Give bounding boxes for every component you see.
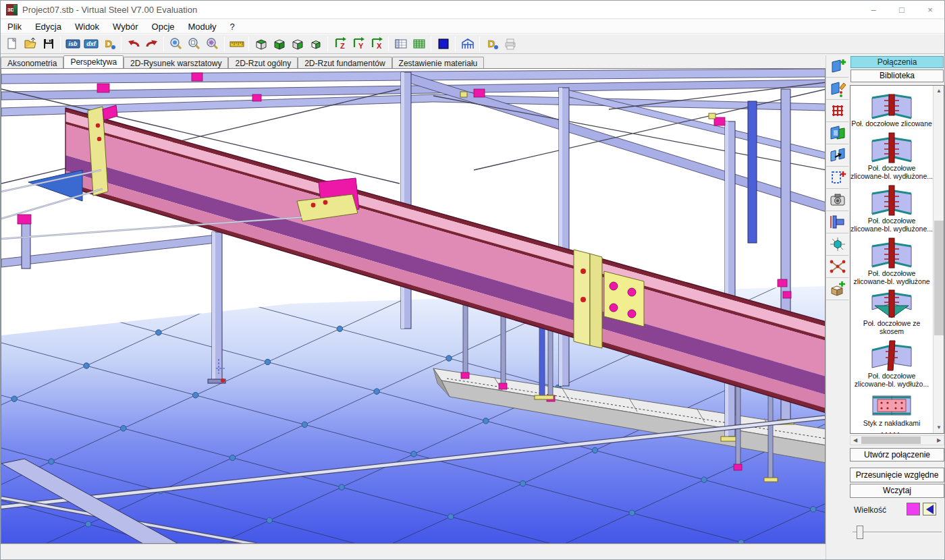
menu-bar: Plik Edycja Widok Wybór Opcje Moduły ? [1,20,944,34]
menu-help[interactable]: ? [223,20,241,33]
add-object-icon[interactable] [826,278,848,300]
menu-wybor[interactable]: Wybór [106,20,144,33]
save-icon[interactable] [39,35,57,53]
connections-panel: Połączenia Biblioteka Poł. doczołowe zli… [848,55,945,560]
wielkosc-label: Wielkość [854,505,886,515]
library-item-4[interactable]: Poł. doczołowe zlicowane-bl. wydłużone [850,233,933,285]
tab-2d-rysunek-warsztatowy[interactable]: 2D-Rysunek warsztatowy [124,57,228,68]
add-detail-icon[interactable] [826,167,848,189]
library-vertical-scrollbar[interactable]: ▲ ▼ [933,86,944,433]
import-isb-icon[interactable]: isb [63,35,82,53]
move-element-icon[interactable] [826,144,848,167]
svg-text:Z: Z [340,42,345,50]
library-item-1[interactable]: Poł. doczołowe zlicowane [850,86,933,128]
export-dxf-icon[interactable]: dxf [82,35,100,53]
svg-text:X: X [377,42,382,50]
biblioteka-button[interactable]: Biblioteka [850,69,944,82]
tab-zestawienie-materialu[interactable]: Zestawienie materiału [392,57,485,68]
side-toolbar [826,55,848,560]
menu-plik[interactable]: Plik [1,20,28,33]
view-cube-iso-icon[interactable] [306,35,325,53]
connection-plate-icon[interactable] [826,211,848,233]
svg-text:D: D [487,38,495,49]
utworz-polaczenie-button[interactable]: Utwórz połączenie [850,448,944,461]
library-item-3[interactable]: Poł. doczołowe zlicowane-bl. wydłużone..… [850,180,933,233]
snapshot-camera-icon[interactable] [826,189,848,211]
drawing-d-icon[interactable]: D [483,35,501,53]
view-cube-solid-icon[interactable] [270,35,288,53]
view-plane-y-icon[interactable]: Y [349,35,367,53]
measure-ruler-icon[interactable] [227,35,246,53]
main-toolbar: isb dxf D [1,34,944,54]
slider-handle[interactable] [857,526,863,539]
menu-widok[interactable]: Widok [68,20,106,33]
tab-aksonometria[interactable]: Aksonometria [1,57,63,68]
node-icon[interactable] [826,233,848,256]
svg-text:isb: isb [68,40,78,47]
status-bar [1,544,826,560]
app-icon: 3D [6,4,18,16]
arrow-color-swatch[interactable] [923,503,936,515]
maximize-button[interactable]: □ [888,1,916,18]
magenta-color-swatch[interactable] [907,503,920,515]
print-icon[interactable] [501,35,519,53]
connection-library-list: Poł. doczołowe zlicowane Poł. doczołowe … [850,85,944,434]
redo-icon[interactable] [142,35,161,53]
view-plane-z-icon[interactable]: Z [331,35,349,53]
menu-edycja[interactable]: Edycja [28,20,68,33]
svg-text:D: D [105,38,112,49]
scroll-left-icon[interactable]: ◀ [850,436,860,445]
svg-text:dxf: dxf [86,40,97,47]
title-bar: 3D Project07.stb - Virtual Steel V7.00 E… [1,1,944,19]
svg-text:Y: Y [358,42,364,50]
tab-perspektywa[interactable]: Perspektywa [63,55,124,68]
table-green-icon[interactable] [410,35,428,53]
menu-opcje[interactable]: Opcje [145,20,182,33]
view-cube-side-icon[interactable] [288,35,306,53]
open-drawing-icon[interactable]: D [100,35,118,53]
library-item-6[interactable]: Poł. doczołowe zlicowane-bl. wydłużo... [850,335,933,388]
view-cube-top-icon[interactable] [252,35,270,53]
table-plain-icon[interactable] [392,35,410,53]
frame-3d-icon[interactable] [458,35,477,53]
undo-icon[interactable] [124,35,142,53]
new-file-icon[interactable] [3,35,21,53]
background-color-icon[interactable] [434,35,452,53]
copy-element-icon[interactable] [826,122,848,144]
grid-icon[interactable] [826,100,848,122]
zoom-extents-icon[interactable] [203,35,221,53]
library-item-8[interactable] [850,427,933,434]
library-item-5[interactable]: Poł. doczołowe ze skosem [850,285,933,335]
scroll-down-icon[interactable]: ▼ [934,422,944,433]
close-button[interactable]: × [916,1,944,18]
minimize-button[interactable]: – [859,1,888,18]
add-element-icon[interactable] [826,55,848,78]
library-item-7[interactable]: Styk z nakładkami [850,388,933,427]
przesuniecie-wzgledne-button[interactable]: Przesunięcie względne [850,468,944,482]
3d-viewport[interactable] [1,68,826,544]
app-window: 3D Project07.stb - Virtual Steel V7.00 E… [0,0,945,560]
zoom-window-icon[interactable] [167,35,185,53]
menu-moduly[interactable]: Moduły [182,20,223,33]
edit-element-icon[interactable] [826,78,848,100]
view-tabs: Aksonometria Perspektywa 2D-Rysunek wars… [1,55,826,68]
scroll-up-icon[interactable]: ▲ [934,86,944,96]
size-slider[interactable] [853,526,942,539]
tab-2d-rzut-fundamentow[interactable]: 2D-Rzut fundamentów [298,57,392,68]
library-horizontal-scrollbar[interactable]: ◀ ▶ [850,435,944,445]
scroll-right-icon[interactable]: ▶ [934,436,944,445]
wczytaj-button[interactable]: Wczytaj [850,484,944,498]
tab-2d-rzut-ogolny[interactable]: 2D-Rzut ogólny [228,57,298,68]
polaczenia-button[interactable]: Połączenia [850,56,944,68]
triangle-left-icon [926,505,934,514]
view-plane-x-icon[interactable]: X [367,35,385,53]
open-file-icon[interactable] [21,35,39,53]
zoom-out-icon[interactable] [185,35,203,53]
library-item-2[interactable]: Poł. doczołowe zlicowane-bl. wydłużone..… [850,128,933,180]
bracing-icon[interactable] [826,256,848,278]
window-title: Project07.stb - Virtual Steel V7.00 Eval… [22,5,197,15]
